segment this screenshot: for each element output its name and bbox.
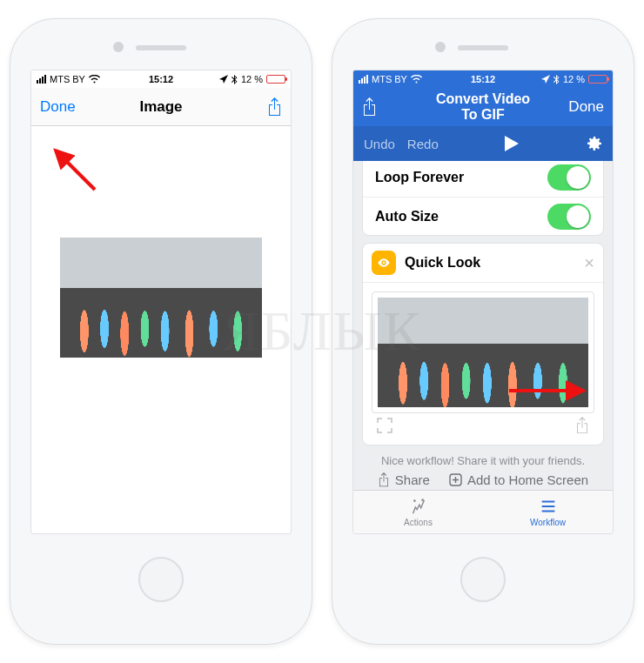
page-title: Convert Video To GIF	[433, 91, 533, 123]
expand-icon[interactable]	[377, 418, 392, 433]
signal-strength-icon	[37, 75, 46, 84]
tab-label: Actions	[404, 518, 433, 527]
toggle-auto-size[interactable]	[547, 204, 591, 230]
tab-label: Workflow	[530, 518, 566, 527]
status-time: 15:12	[441, 74, 524, 84]
bluetooth-icon	[231, 75, 238, 84]
navbar-workflow: Convert Video To GIF Done	[353, 88, 613, 126]
battery-low-icon	[266, 75, 285, 84]
status-bar: MTS BY 15:12 12 %	[31, 70, 291, 88]
workflow-content: Loop Forever Auto Size Quick Look	[353, 161, 613, 490]
close-icon[interactable]: ×	[584, 254, 594, 271]
gear-icon[interactable]	[585, 135, 602, 152]
screen-right: MTS BY 15:12 12 % Convert Video To GIF	[352, 70, 614, 534]
carrier-label: MTS BY	[50, 74, 85, 84]
add-home-button[interactable]: Add to Home Screen	[449, 472, 588, 487]
phone-left: MTS BY 15:12 12 % Done Image	[10, 18, 312, 645]
status-time: 15:12	[119, 74, 202, 84]
add-home-button-label: Add to Home Screen	[467, 472, 588, 487]
home-button[interactable]	[138, 557, 184, 602]
location-arrow-icon	[219, 75, 228, 84]
tab-bar: Actions Workflow	[353, 490, 613, 533]
home-button[interactable]	[460, 557, 506, 602]
settings-card: Loop Forever Auto Size	[362, 161, 604, 236]
battery-percent: 12 %	[563, 74, 585, 84]
phone-speaker	[458, 45, 508, 50]
undo-button[interactable]: Undo	[364, 137, 395, 151]
quicklook-card: Quick Look ×	[362, 243, 604, 445]
share-icon[interactable]	[575, 417, 589, 434]
signal-strength-icon	[359, 75, 368, 84]
share-button-row: Share Add to Home Screen	[353, 472, 613, 490]
quicklook-title: Quick Look	[405, 255, 575, 271]
wifi-icon	[89, 75, 100, 84]
phone-camera	[435, 42, 446, 52]
image-preview[interactable]	[60, 238, 262, 358]
phone-speaker	[136, 45, 186, 50]
row-label: Auto Size	[375, 209, 439, 224]
row-auto-size: Auto Size	[363, 197, 603, 235]
tab-workflow[interactable]: Workflow	[483, 491, 613, 533]
screen-left: MTS BY 15:12 12 % Done Image	[30, 70, 292, 534]
eye-icon	[372, 251, 396, 275]
workflow-toolbar: Undo Redo	[353, 126, 613, 161]
share-icon[interactable]	[362, 97, 377, 117]
quicklook-preview[interactable]	[372, 291, 594, 413]
battery-low-icon	[588, 75, 607, 84]
share-message: Nice workflow! Share it with your friend…	[364, 454, 602, 467]
image-preview-area	[31, 126, 291, 533]
battery-percent: 12 %	[241, 74, 263, 84]
navbar-image: Done Image	[31, 88, 291, 126]
redo-button[interactable]: Redo	[407, 137, 439, 151]
share-button-label: Share	[395, 472, 430, 487]
page-title: Image	[111, 98, 211, 116]
svg-point-4	[421, 499, 424, 501]
done-button[interactable]: Done	[40, 98, 76, 116]
tab-actions[interactable]: Actions	[353, 491, 483, 533]
done-button[interactable]: Done	[568, 98, 604, 116]
carrier-label: MTS BY	[372, 74, 407, 84]
row-label: Loop Forever	[375, 170, 464, 185]
toggle-loop-forever[interactable]	[547, 164, 591, 191]
bluetooth-icon	[553, 75, 560, 84]
phone-camera	[113, 42, 124, 52]
wifi-icon	[411, 75, 422, 84]
svg-point-3	[413, 499, 416, 502]
play-icon[interactable]	[505, 136, 519, 151]
row-loop-forever: Loop Forever	[363, 161, 603, 197]
status-bar: MTS BY 15:12 12 %	[353, 70, 613, 88]
phone-right: MTS BY 15:12 12 % Convert Video To GIF	[332, 18, 634, 645]
share-button[interactable]: Share	[378, 472, 430, 487]
quicklook-header: Quick Look ×	[363, 244, 603, 283]
location-arrow-icon	[541, 75, 550, 84]
share-icon[interactable]	[267, 97, 282, 117]
